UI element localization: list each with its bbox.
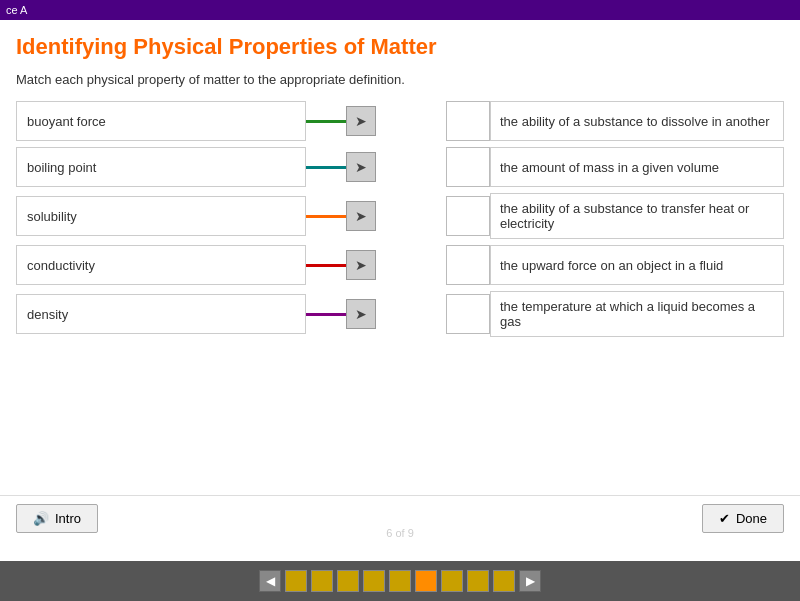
drop-1[interactable]: [446, 101, 490, 141]
speaker-icon: 🔊: [33, 511, 49, 526]
line-5: [306, 313, 346, 316]
nav-dot-1[interactable]: [285, 570, 307, 592]
connector-4: ➤: [306, 250, 386, 280]
page-title: Identifying Physical Properties of Matte…: [16, 34, 784, 60]
term-solubility: solubility: [16, 196, 306, 236]
arrow-btn-2[interactable]: ➤: [346, 152, 376, 182]
page-number: 6 of 9: [386, 527, 414, 539]
def-box-1: the ability of a substance to dissolve i…: [490, 101, 784, 141]
arrow-btn-1[interactable]: ➤: [346, 106, 376, 136]
drop-4[interactable]: [446, 245, 490, 285]
connector-5: ➤: [306, 299, 386, 329]
def-box-3: the ability of a substance to transfer h…: [490, 193, 784, 239]
match-row-1: buoyant force ➤ the ability of a substan…: [16, 101, 784, 141]
nav-dot-8[interactable]: [467, 570, 489, 592]
term-buoyant-force: buoyant force: [16, 101, 306, 141]
match-row-5: density ➤ the temperature at which a liq…: [16, 291, 784, 337]
arrow-btn-3[interactable]: ➤: [346, 201, 376, 231]
nav-dot-5[interactable]: [389, 570, 411, 592]
nav-dot-4[interactable]: [363, 570, 385, 592]
drop-2[interactable]: [446, 147, 490, 187]
nav-dot-2[interactable]: [311, 570, 333, 592]
done-button[interactable]: ✔ Done: [702, 504, 784, 533]
connector-2: ➤: [306, 152, 386, 182]
drop-3[interactable]: [446, 196, 490, 236]
drop-5[interactable]: [446, 294, 490, 334]
prev-button[interactable]: ◀: [259, 570, 281, 592]
title-bar: ce A: [0, 0, 800, 20]
intro-button[interactable]: 🔊 Intro: [16, 504, 98, 533]
arrow-btn-5[interactable]: ➤: [346, 299, 376, 329]
connector-1: ➤: [306, 106, 386, 136]
line-2: [306, 166, 346, 169]
nav-dot-3[interactable]: [337, 570, 359, 592]
content-wrapper: Identifying Physical Properties of Matte…: [0, 20, 800, 581]
instruction-text: Match each physical property of matter t…: [16, 72, 784, 87]
connector-3: ➤: [306, 201, 386, 231]
term-conductivity: conductivity: [16, 245, 306, 285]
term-density: density: [16, 294, 306, 334]
nav-dot-7[interactable]: [441, 570, 463, 592]
match-row-3: solubility ➤ the ability of a substance …: [16, 193, 784, 239]
nav-dot-9[interactable]: [493, 570, 515, 592]
title-bar-text: ce A: [6, 4, 27, 16]
main-body: Identifying Physical Properties of Matte…: [0, 20, 800, 337]
def-box-5: the temperature at which a liquid become…: [490, 291, 784, 337]
next-button[interactable]: ▶: [519, 570, 541, 592]
nav-bar: ◀ ▶: [0, 561, 800, 601]
line-1: [306, 120, 346, 123]
arrow-btn-4[interactable]: ➤: [346, 250, 376, 280]
term-boiling-point: boiling point: [16, 147, 306, 187]
def-box-2: the amount of mass in a given volume: [490, 147, 784, 187]
nav-dot-6[interactable]: [415, 570, 437, 592]
check-icon: ✔: [719, 511, 730, 526]
line-4: [306, 264, 346, 267]
match-row-4: conductivity ➤ the upward force on an ob…: [16, 245, 784, 285]
line-3: [306, 215, 346, 218]
matching-area: buoyant force ➤ the ability of a substan…: [16, 101, 784, 337]
def-box-4: the upward force on an object in a fluid: [490, 245, 784, 285]
match-row-2: boiling point ➤ the amount of mass in a …: [16, 147, 784, 187]
